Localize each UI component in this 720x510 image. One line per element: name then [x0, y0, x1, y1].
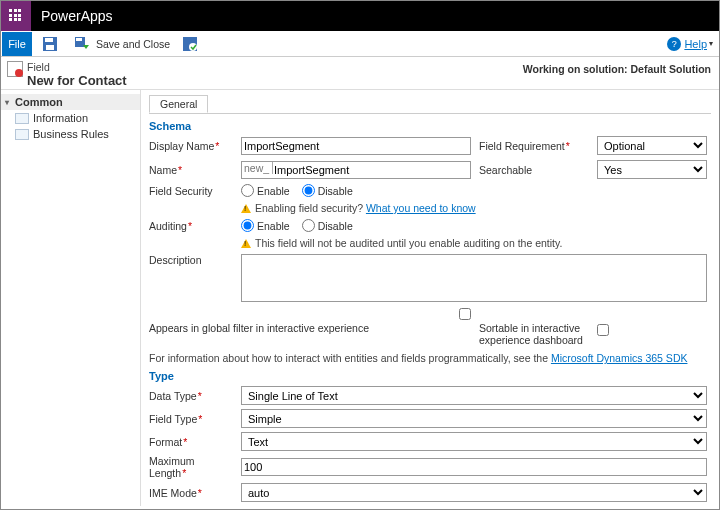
sidebar: ▾ Common Information Business Rules	[1, 90, 141, 506]
file-menu-button[interactable]: File	[2, 32, 32, 56]
radio-auditing-enable[interactable]: Enable	[241, 219, 290, 232]
select-ime-mode[interactable]: auto	[241, 483, 707, 502]
label-sortable: Sortable in interactive experience dashb…	[479, 322, 589, 346]
help-icon: ?	[667, 37, 681, 51]
label-appears-global: Appears in global filter in interactive …	[149, 322, 471, 334]
label-field-type: Field Type*	[149, 413, 233, 425]
help-label: Help	[684, 38, 707, 50]
sidebar-rules-label: Business Rules	[33, 128, 109, 140]
rules-icon	[15, 129, 29, 140]
save-button[interactable]	[38, 36, 62, 52]
select-data-type[interactable]: Single Line of Text	[241, 386, 707, 405]
type-heading: Type	[149, 370, 711, 382]
entity-icon	[7, 61, 23, 77]
warning-icon	[241, 204, 251, 213]
select-field-type[interactable]: Simple	[241, 409, 707, 428]
tree-collapse-icon: ▾	[5, 98, 13, 107]
save-and-close-label: Save and Close	[96, 38, 170, 50]
input-max-length[interactable]	[241, 458, 707, 476]
save-close-icon	[74, 36, 90, 52]
content-area: General Schema Display Name* Field Requi…	[141, 90, 719, 506]
radio-security-enable[interactable]: Enable	[241, 184, 290, 197]
select-searchable[interactable]: Yes	[597, 160, 707, 179]
label-format: Format*	[149, 436, 233, 448]
radio-auditing-disable[interactable]: Disable	[302, 219, 353, 232]
brand-name: PowerApps	[31, 8, 113, 24]
select-field-requirement[interactable]: Optional	[597, 136, 707, 155]
chevron-down-icon: ▾	[709, 39, 713, 48]
command-bar: File Save and Close ? Help ▾	[1, 31, 719, 57]
select-format[interactable]: Text	[241, 432, 707, 451]
publish-button[interactable]	[178, 36, 202, 52]
titlebar: PowerApps	[1, 1, 719, 31]
help-menu[interactable]: ? Help ▾	[667, 37, 713, 51]
label-ime-mode: IME Mode*	[149, 487, 233, 499]
page-title: New for Contact	[27, 74, 127, 87]
link-sdk[interactable]: Microsoft Dynamics 365 SDK	[551, 352, 688, 364]
schema-heading: Schema	[149, 120, 711, 132]
input-display-name[interactable]	[241, 137, 471, 155]
warning-field-security: Enabling field security? What you need t…	[241, 202, 707, 214]
svg-rect-1	[45, 38, 53, 42]
label-description: Description	[149, 254, 233, 266]
textarea-description[interactable]	[241, 254, 707, 302]
label-auditing: Auditing*	[149, 220, 233, 232]
sdk-info-text: For information about how to interact wi…	[149, 352, 711, 364]
warning-auditing: This field will not be audited until you…	[241, 237, 707, 249]
app-launcher-button[interactable]	[1, 1, 31, 31]
link-security-learn[interactable]: What you need to know	[366, 202, 476, 214]
tab-general[interactable]: General	[149, 95, 208, 113]
label-searchable: Searchable	[479, 164, 589, 176]
warning-icon	[241, 239, 251, 248]
sidebar-item-information[interactable]: Information	[1, 110, 140, 126]
sidebar-common-label: Common	[15, 96, 63, 108]
tabstrip: General	[149, 94, 711, 114]
publish-icon	[182, 36, 198, 52]
label-name: Name*	[149, 164, 233, 176]
label-field-security: Field Security	[149, 185, 233, 197]
label-max-length: Maximum Length*	[149, 455, 233, 479]
radio-security-disable[interactable]: Disable	[302, 184, 353, 197]
label-display-name: Display Name*	[149, 140, 233, 152]
working-on-solution: Working on solution: Default Solution	[523, 63, 711, 75]
sidebar-item-common[interactable]: ▾ Common	[1, 94, 140, 110]
svg-rect-2	[46, 45, 54, 50]
form-icon	[15, 113, 29, 124]
sidebar-info-label: Information	[33, 112, 88, 124]
waffle-icon	[9, 9, 23, 23]
input-name[interactable]	[241, 161, 471, 179]
save-icon	[42, 36, 58, 52]
sidebar-item-business-rules[interactable]: Business Rules	[1, 126, 140, 142]
checkbox-appears-global[interactable]	[459, 308, 471, 320]
label-data-type: Data Type*	[149, 390, 233, 402]
save-and-close-button[interactable]: Save and Close	[70, 36, 170, 52]
checkbox-sortable[interactable]	[597, 324, 609, 336]
name-prefix: new_	[244, 162, 273, 174]
subheader: Field New for Contact Working on solutio…	[1, 57, 719, 90]
svg-rect-4	[76, 38, 82, 41]
label-field-requirement: Field Requirement*	[479, 140, 589, 152]
